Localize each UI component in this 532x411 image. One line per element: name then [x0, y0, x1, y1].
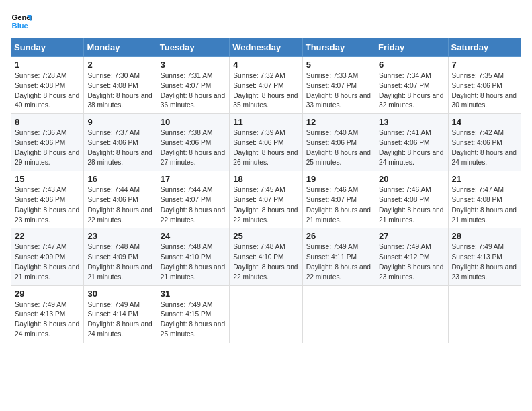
day-number: 3 [161, 60, 226, 70]
day-info: Sunrise: 7:49 AMSunset: 4:12 PMDaylight:… [379, 242, 444, 282]
calendar-day-cell: 29 Sunrise: 7:49 AMSunset: 4:13 PMDaylig… [11, 285, 84, 342]
day-info: Sunrise: 7:47 AMSunset: 4:08 PMDaylight:… [452, 185, 517, 225]
day-number: 25 [233, 231, 298, 241]
calendar-day-cell: 2 Sunrise: 7:30 AMSunset: 4:08 PMDayligh… [84, 57, 157, 114]
calendar-day-cell: 18 Sunrise: 7:45 AMSunset: 4:07 PMDaylig… [230, 171, 302, 228]
weekday-label: Wednesday [230, 38, 302, 57]
day-number: 11 [233, 117, 298, 127]
calendar-day-cell: 5 Sunrise: 7:33 AMSunset: 4:07 PMDayligh… [302, 57, 375, 114]
calendar-day-cell: 14 Sunrise: 7:42 AMSunset: 4:06 PMDaylig… [448, 114, 521, 171]
day-info: Sunrise: 7:43 AMSunset: 4:06 PMDaylight:… [15, 185, 80, 225]
day-number: 9 [87, 117, 152, 127]
day-number: 26 [306, 231, 371, 241]
day-info: Sunrise: 7:49 AMSunset: 4:13 PMDaylight:… [15, 300, 80, 340]
day-number: 29 [15, 289, 80, 299]
calendar-week-row: 15 Sunrise: 7:43 AMSunset: 4:06 PMDaylig… [11, 171, 521, 228]
day-number: 12 [306, 117, 371, 127]
calendar-week-row: 29 Sunrise: 7:49 AMSunset: 4:13 PMDaylig… [11, 285, 521, 342]
logo-icon: General Blue [11, 11, 32, 32]
calendar-day-cell: 13 Sunrise: 7:41 AMSunset: 4:06 PMDaylig… [375, 114, 448, 171]
weekday-label: Friday [375, 38, 448, 57]
calendar-day-cell: 15 Sunrise: 7:43 AMSunset: 4:06 PMDaylig… [11, 171, 84, 228]
svg-text:Blue: Blue [12, 21, 28, 30]
day-info: Sunrise: 7:48 AMSunset: 4:10 PMDaylight:… [161, 242, 226, 282]
calendar-day-cell [302, 285, 375, 342]
weekday-label: Saturday [448, 38, 521, 57]
day-info: Sunrise: 7:41 AMSunset: 4:06 PMDaylight:… [379, 128, 444, 168]
day-number: 1 [15, 60, 80, 70]
calendar-day-cell: 4 Sunrise: 7:32 AMSunset: 4:07 PMDayligh… [230, 57, 302, 114]
calendar-day-cell: 24 Sunrise: 7:48 AMSunset: 4:10 PMDaylig… [157, 228, 229, 285]
day-number: 24 [161, 231, 226, 241]
day-info: Sunrise: 7:28 AMSunset: 4:08 PMDaylight:… [15, 71, 80, 111]
calendar-day-cell: 7 Sunrise: 7:35 AMSunset: 4:06 PMDayligh… [448, 57, 521, 114]
day-info: Sunrise: 7:49 AMSunset: 4:13 PMDaylight:… [452, 242, 517, 282]
calendar-day-cell [448, 285, 521, 342]
calendar-day-cell: 28 Sunrise: 7:49 AMSunset: 4:13 PMDaylig… [448, 228, 521, 285]
calendar-day-cell: 31 Sunrise: 7:49 AMSunset: 4:15 PMDaylig… [157, 285, 229, 342]
day-number: 8 [15, 117, 80, 127]
calendar-day-cell: 1 Sunrise: 7:28 AMSunset: 4:08 PMDayligh… [11, 57, 84, 114]
day-info: Sunrise: 7:49 AMSunset: 4:11 PMDaylight:… [306, 242, 371, 282]
day-info: Sunrise: 7:34 AMSunset: 4:07 PMDaylight:… [379, 71, 444, 111]
day-number: 13 [379, 117, 444, 127]
day-info: Sunrise: 7:45 AMSunset: 4:07 PMDaylight:… [233, 185, 298, 225]
calendar-day-cell: 30 Sunrise: 7:49 AMSunset: 4:14 PMDaylig… [84, 285, 157, 342]
day-number: 15 [15, 174, 80, 184]
calendar-day-cell: 12 Sunrise: 7:40 AMSunset: 4:06 PMDaylig… [302, 114, 375, 171]
calendar-day-cell: 21 Sunrise: 7:47 AMSunset: 4:08 PMDaylig… [448, 171, 521, 228]
day-number: 7 [452, 60, 517, 70]
day-number: 14 [452, 117, 517, 127]
day-number: 22 [15, 231, 80, 241]
weekday-label: Sunday [11, 38, 84, 57]
calendar-day-cell: 10 Sunrise: 7:38 AMSunset: 4:06 PMDaylig… [157, 114, 229, 171]
calendar-day-cell [375, 285, 448, 342]
day-info: Sunrise: 7:30 AMSunset: 4:08 PMDaylight:… [87, 71, 152, 111]
weekday-label: Monday [84, 38, 157, 57]
weekday-label: Thursday [302, 38, 375, 57]
day-info: Sunrise: 7:47 AMSunset: 4:09 PMDaylight:… [15, 242, 80, 282]
calendar-day-cell: 6 Sunrise: 7:34 AMSunset: 4:07 PMDayligh… [375, 57, 448, 114]
day-number: 10 [161, 117, 226, 127]
day-info: Sunrise: 7:46 AMSunset: 4:07 PMDaylight:… [306, 185, 371, 225]
day-info: Sunrise: 7:44 AMSunset: 4:07 PMDaylight:… [161, 185, 226, 225]
day-number: 5 [306, 60, 371, 70]
day-info: Sunrise: 7:49 AMSunset: 4:14 PMDaylight:… [87, 300, 152, 340]
day-number: 18 [233, 174, 298, 184]
calendar-day-cell: 20 Sunrise: 7:46 AMSunset: 4:08 PMDaylig… [375, 171, 448, 228]
weekday-header-row: SundayMondayTuesdayWednesdayThursdayFrid… [11, 38, 521, 57]
day-number: 17 [161, 174, 226, 184]
day-info: Sunrise: 7:44 AMSunset: 4:06 PMDaylight:… [87, 185, 152, 225]
calendar-day-cell: 16 Sunrise: 7:44 AMSunset: 4:06 PMDaylig… [84, 171, 157, 228]
day-info: Sunrise: 7:48 AMSunset: 4:09 PMDaylight:… [87, 242, 152, 282]
calendar-day-cell: 3 Sunrise: 7:31 AMSunset: 4:07 PMDayligh… [157, 57, 229, 114]
day-info: Sunrise: 7:33 AMSunset: 4:07 PMDaylight:… [306, 71, 371, 111]
day-info: Sunrise: 7:48 AMSunset: 4:10 PMDaylight:… [233, 242, 298, 282]
day-number: 31 [161, 289, 226, 299]
day-number: 6 [379, 60, 444, 70]
weekday-label: Tuesday [157, 38, 229, 57]
day-info: Sunrise: 7:38 AMSunset: 4:06 PMDaylight:… [161, 128, 226, 168]
calendar-body: 1 Sunrise: 7:28 AMSunset: 4:08 PMDayligh… [11, 57, 521, 343]
calendar-day-cell: 27 Sunrise: 7:49 AMSunset: 4:12 PMDaylig… [375, 228, 448, 285]
day-info: Sunrise: 7:36 AMSunset: 4:06 PMDaylight:… [15, 128, 80, 168]
day-number: 19 [306, 174, 371, 184]
day-info: Sunrise: 7:39 AMSunset: 4:06 PMDaylight:… [233, 128, 298, 168]
day-info: Sunrise: 7:31 AMSunset: 4:07 PMDaylight:… [161, 71, 226, 111]
page-header: General Blue [11, 11, 521, 32]
calendar-day-cell: 8 Sunrise: 7:36 AMSunset: 4:06 PMDayligh… [11, 114, 84, 171]
day-info: Sunrise: 7:35 AMSunset: 4:06 PMDaylight:… [452, 71, 517, 111]
calendar-table: SundayMondayTuesdayWednesdayThursdayFrid… [11, 38, 521, 343]
day-info: Sunrise: 7:40 AMSunset: 4:06 PMDaylight:… [306, 128, 371, 168]
day-number: 21 [452, 174, 517, 184]
day-number: 27 [379, 231, 444, 241]
day-info: Sunrise: 7:37 AMSunset: 4:06 PMDaylight:… [87, 128, 152, 168]
calendar-day-cell: 9 Sunrise: 7:37 AMSunset: 4:06 PMDayligh… [84, 114, 157, 171]
day-info: Sunrise: 7:49 AMSunset: 4:15 PMDaylight:… [161, 300, 226, 340]
day-number: 20 [379, 174, 444, 184]
calendar-week-row: 1 Sunrise: 7:28 AMSunset: 4:08 PMDayligh… [11, 57, 521, 114]
calendar-day-cell [230, 285, 302, 342]
calendar-day-cell: 19 Sunrise: 7:46 AMSunset: 4:07 PMDaylig… [302, 171, 375, 228]
calendar-week-row: 22 Sunrise: 7:47 AMSunset: 4:09 PMDaylig… [11, 228, 521, 285]
day-number: 23 [87, 231, 152, 241]
